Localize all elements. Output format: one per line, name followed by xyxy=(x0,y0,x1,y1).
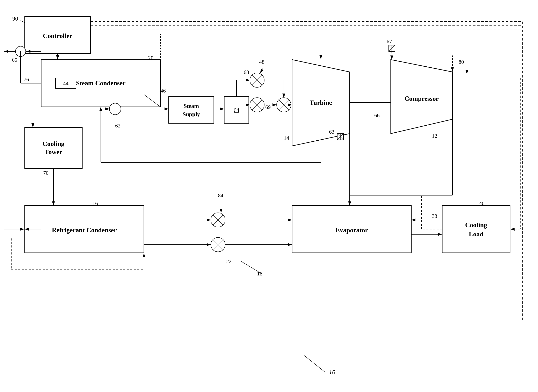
ref-20: 20 xyxy=(148,55,153,61)
evaporator-label: Evaporator xyxy=(335,226,368,234)
svg-point-32 xyxy=(109,103,121,115)
cooling-tower-label: Cooling xyxy=(42,140,65,147)
ref-70: 70 xyxy=(43,170,48,176)
cooling-load-label1: Cooling xyxy=(465,221,487,229)
svg-rect-22 xyxy=(442,205,510,253)
ref-40: 40 xyxy=(479,201,485,206)
ref-76: 76 xyxy=(24,76,29,82)
ref-80: 80 xyxy=(459,59,464,65)
turbine-label: Turbine xyxy=(310,99,332,106)
svg-rect-15 xyxy=(25,127,82,168)
ref-66: 66 xyxy=(374,112,380,118)
ref-84: 84 xyxy=(218,193,223,199)
refrigerant-condenser-label: Refrigerant Condenser xyxy=(52,226,117,234)
controller-label: Controller xyxy=(43,32,72,39)
compressor-label: Compressor xyxy=(405,95,439,102)
ref-90: 90 xyxy=(12,15,18,22)
ref-69: 69 xyxy=(265,104,271,110)
cooling-tower-label2: Tower xyxy=(45,148,62,156)
steam-supply-label1: Steam xyxy=(184,103,199,109)
ref-44: 44 xyxy=(63,81,68,87)
svg-rect-17 xyxy=(169,97,214,123)
steam-condenser-label: Steam Condenser xyxy=(76,79,126,87)
steam-supply-label2: Supply xyxy=(183,111,200,117)
ref-67: 67 xyxy=(387,38,392,44)
svg-rect-0 xyxy=(0,0,538,392)
ref-10: 10 xyxy=(329,369,335,375)
ref-22: 22 xyxy=(226,258,231,264)
ref-16: 16 xyxy=(93,201,98,206)
ref-48: 48 xyxy=(259,59,264,65)
ref-46: 46 xyxy=(160,88,166,94)
ref-62: 62 xyxy=(115,123,121,129)
ref-38: 38 xyxy=(432,213,437,219)
ref-65: 65 xyxy=(12,57,17,63)
ref-12: 12 xyxy=(432,133,437,139)
ref-64: 64 xyxy=(234,107,239,113)
ref-63: 63 xyxy=(329,129,334,135)
ref-68: 68 xyxy=(244,69,249,75)
ref-14: 14 xyxy=(284,135,289,141)
cooling-load-label2: Load xyxy=(469,230,483,238)
